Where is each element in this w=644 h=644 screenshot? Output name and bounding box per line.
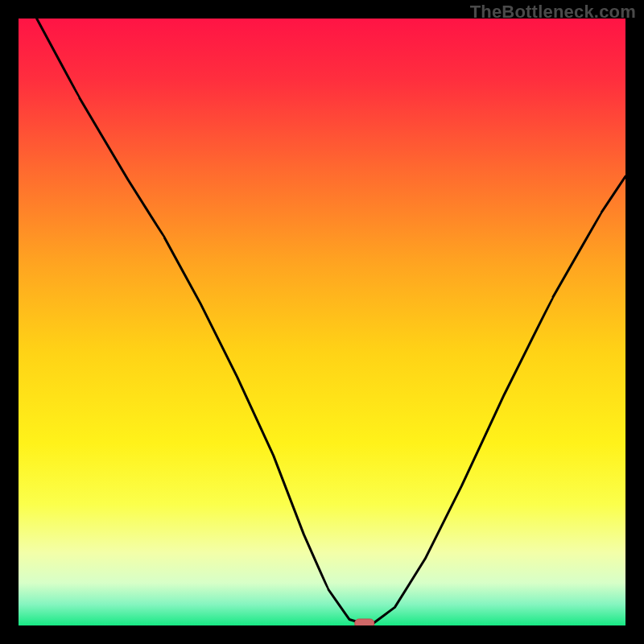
chart-frame: TheBottleneck.com — [0, 0, 644, 644]
watermark-text: TheBottleneck.com — [470, 2, 636, 23]
plot-area — [19, 19, 625, 625]
chart-svg — [19, 19, 625, 625]
optimal-marker — [355, 619, 374, 625]
gradient-background — [19, 19, 625, 625]
